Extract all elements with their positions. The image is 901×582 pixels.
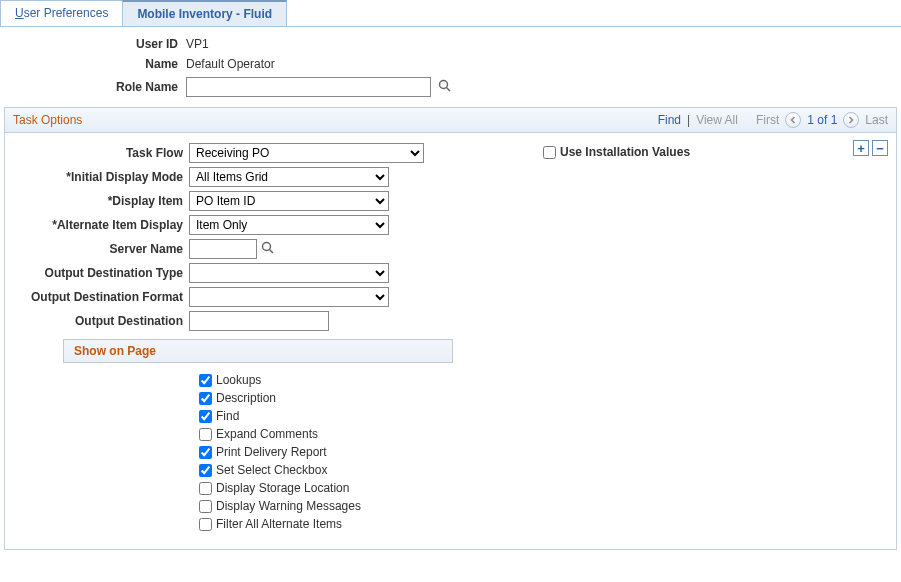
tab-user-preferences[interactable]: User Preferences (0, 0, 123, 26)
subsection-title: Show on Page (74, 344, 156, 358)
display-warning-checkbox[interactable] (199, 500, 212, 513)
next-arrow-icon[interactable] (843, 112, 859, 128)
svg-point-0 (440, 81, 448, 89)
server-name-label: Server Name (13, 242, 189, 256)
task-flow-select[interactable]: Receiving PO (189, 143, 424, 163)
delete-row-button[interactable]: − (872, 140, 888, 156)
svg-point-2 (263, 242, 271, 250)
print-delivery-checkbox[interactable] (199, 446, 212, 459)
description-checkbox[interactable] (199, 392, 212, 405)
find-label: Find (216, 409, 239, 423)
lookup-icon[interactable] (261, 241, 275, 258)
lookups-checkbox[interactable] (199, 374, 212, 387)
output-dest-format-select[interactable] (189, 287, 389, 307)
name-value: Default Operator (184, 57, 275, 71)
display-storage-checkbox[interactable] (199, 482, 212, 495)
initial-display-mode-label: *Initial Display Mode (13, 170, 189, 184)
last-link[interactable]: Last (865, 113, 888, 127)
tab-bar: User Preferences Mobile Inventory - Flui… (0, 0, 901, 27)
section-title: Task Options (13, 113, 82, 127)
use-installation-values-checkbox[interactable] (543, 146, 556, 159)
set-select-label: Set Select Checkbox (216, 463, 327, 477)
output-dest-format-label: Output Destination Format (13, 290, 189, 304)
user-id-value: VP1 (184, 37, 209, 51)
display-storage-label: Display Storage Location (216, 481, 349, 495)
expand-comments-checkbox[interactable] (199, 428, 212, 441)
display-item-label: *Display Item (13, 194, 189, 208)
output-destination-input[interactable] (189, 311, 329, 331)
task-options-section: Task Options Find | View All First 1 of … (4, 107, 897, 550)
output-destination-label: Output Destination (13, 314, 189, 328)
lookups-label: Lookups (216, 373, 261, 387)
display-item-select[interactable]: PO Item ID (189, 191, 389, 211)
role-name-label: Role Name (4, 80, 184, 94)
prev-arrow-icon[interactable] (785, 112, 801, 128)
output-dest-type-select[interactable] (189, 263, 389, 283)
set-select-checkbox[interactable] (199, 464, 212, 477)
alternate-item-display-label: *Alternate Item Display (13, 218, 189, 232)
user-id-label: User ID (4, 37, 184, 51)
svg-line-1 (447, 88, 451, 92)
nav-position: 1 of 1 (807, 113, 837, 127)
add-row-button[interactable]: + (853, 140, 869, 156)
filter-alternate-label: Filter All Alternate Items (216, 517, 342, 531)
role-name-input[interactable] (186, 77, 431, 97)
show-on-page-subsection: Show on Page (63, 339, 453, 363)
output-dest-type-label: Output Destination Type (13, 266, 189, 280)
view-all-link[interactable]: View All (696, 113, 738, 127)
first-link[interactable]: First (756, 113, 779, 127)
section-nav: Find | View All First 1 of 1 Last (658, 112, 888, 128)
lookup-icon[interactable] (438, 79, 452, 96)
task-flow-label: Task Flow (13, 146, 189, 160)
svg-line-3 (270, 249, 274, 253)
page-content: User ID VP1 Name Default Operator Role N… (0, 27, 901, 560)
use-installation-values-label: Use Installation Values (560, 145, 690, 159)
display-warning-label: Display Warning Messages (216, 499, 361, 513)
server-name-input[interactable] (189, 239, 257, 259)
find-checkbox[interactable] (199, 410, 212, 423)
name-label: Name (4, 57, 184, 71)
print-delivery-label: Print Delivery Report (216, 445, 327, 459)
description-label: Description (216, 391, 276, 405)
find-link[interactable]: Find (658, 113, 681, 127)
alternate-item-display-select[interactable]: Item Only (189, 215, 389, 235)
filter-alternate-checkbox[interactable] (199, 518, 212, 531)
expand-comments-label: Expand Comments (216, 427, 318, 441)
tab-mobile-inventory[interactable]: Mobile Inventory - Fluid (122, 0, 287, 26)
initial-display-mode-select[interactable]: All Items Grid (189, 167, 389, 187)
